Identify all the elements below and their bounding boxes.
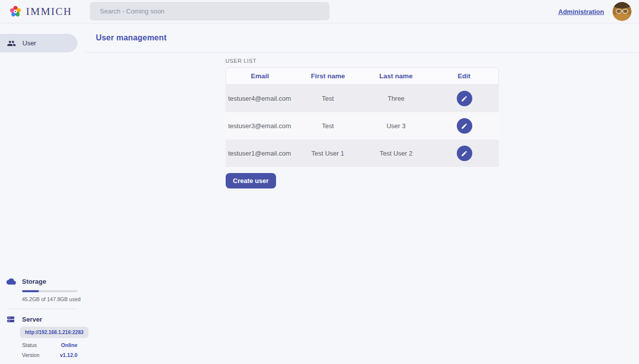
storage-usage-text: 45.2GB of 147.8GB used bbox=[22, 296, 77, 302]
create-user-button[interactable]: Create user bbox=[226, 173, 277, 188]
server-title: Server bbox=[22, 316, 42, 323]
topbar-right: Administration bbox=[558, 2, 632, 21]
page-title: User management bbox=[96, 33, 167, 42]
cell-email: testuser3@email.com bbox=[226, 122, 294, 130]
cell-first-name: Test bbox=[294, 122, 362, 130]
edit-user-button[interactable] bbox=[457, 146, 472, 161]
user-list-label: USER LIST bbox=[226, 58, 499, 64]
storage-progress-fill bbox=[22, 290, 39, 292]
immich-logo[interactable]: IMMICH bbox=[9, 5, 72, 18]
cell-last-name: Three bbox=[362, 95, 430, 102]
edit-user-button[interactable] bbox=[457, 91, 472, 106]
cell-last-name: Test User 2 bbox=[362, 150, 430, 157]
sidebar: User Storage 45.2GB of 147.8GB bbox=[0, 23, 85, 364]
table-row: testuser1@email.com Test User 1 Test Use… bbox=[226, 140, 499, 167]
main-area: User management USER LIST Email First na… bbox=[85, 23, 639, 364]
main-titlebar: User management bbox=[85, 23, 639, 53]
edit-user-button[interactable] bbox=[457, 118, 472, 134]
server-version-row: Version v1.12.0 bbox=[22, 352, 77, 358]
col-header-first-name: First name bbox=[294, 72, 362, 80]
cell-first-name: Test User 1 bbox=[294, 150, 362, 157]
col-header-email: Email bbox=[226, 72, 294, 80]
col-header-last-name: Last name bbox=[362, 72, 430, 80]
table-row: testuser4@email.com Test Three bbox=[226, 85, 499, 112]
status-value: Online bbox=[61, 342, 77, 348]
cloud-icon bbox=[6, 277, 22, 286]
server-icon bbox=[6, 315, 22, 324]
immich-flower-icon bbox=[9, 5, 22, 18]
cell-email: testuser1@email.com bbox=[226, 150, 294, 157]
administration-link[interactable]: Administration bbox=[558, 8, 604, 15]
pencil-icon bbox=[461, 123, 468, 130]
cell-first-name: Test bbox=[294, 95, 362, 102]
users-icon bbox=[7, 39, 16, 48]
storage-title: Storage bbox=[22, 278, 46, 285]
version-label: Version bbox=[22, 352, 39, 358]
search-bar[interactable] bbox=[90, 2, 329, 20]
status-label: Status bbox=[22, 342, 37, 348]
sidebar-bottom: Storage 45.2GB of 147.8GB used bbox=[0, 277, 85, 364]
server-section-header: Server bbox=[0, 315, 85, 324]
pencil-icon bbox=[461, 95, 468, 102]
table-row: testuser3@email.com Test User 3 bbox=[226, 112, 499, 140]
col-header-edit: Edit bbox=[430, 72, 498, 80]
storage-progress-bar bbox=[22, 290, 77, 292]
sidebar-item-user[interactable]: User bbox=[0, 34, 77, 52]
immich-app: IMMICH Administration bbox=[0, 0, 639, 364]
storage-section-header: Storage bbox=[0, 277, 85, 286]
pencil-icon bbox=[461, 150, 468, 157]
sidebar-divider bbox=[7, 309, 77, 309]
logo-wordmark: IMMICH bbox=[26, 5, 72, 18]
cell-last-name: User 3 bbox=[362, 122, 430, 130]
body-row: User Storage 45.2GB of 147.8GB bbox=[0, 23, 639, 364]
user-table: Email First name Last name Edit testuser… bbox=[226, 67, 499, 167]
main-content: USER LIST Email First name Last name Edi… bbox=[85, 53, 639, 364]
search-input[interactable] bbox=[100, 7, 310, 15]
table-header-row: Email First name Last name Edit bbox=[226, 67, 499, 85]
server-url-badge: http://192.168.1.216:2283 bbox=[20, 327, 88, 338]
sidebar-item-label: User bbox=[22, 39, 36, 47]
top-bar: IMMICH Administration bbox=[0, 0, 639, 23]
user-avatar[interactable] bbox=[613, 2, 632, 21]
server-status-row: Status Online bbox=[22, 342, 77, 348]
cell-email: testuser4@email.com bbox=[226, 95, 294, 102]
version-value: v1.12.0 bbox=[60, 352, 77, 358]
